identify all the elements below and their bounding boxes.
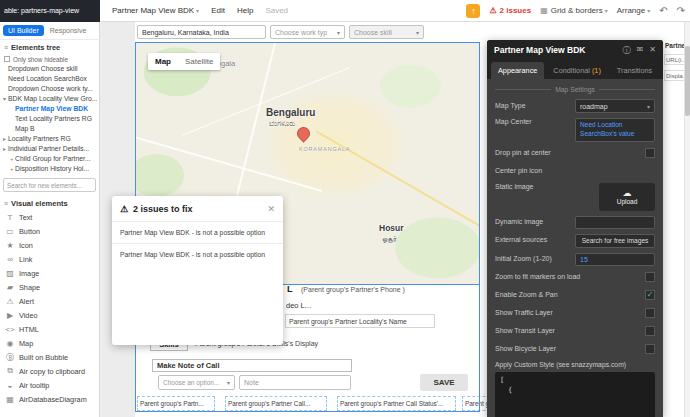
issue-item[interactable]: Partner Map View BDK - is not a possible…: [112, 221, 283, 243]
tree-item-partner-map-view-bdk[interactable]: Partner Map View BDK: [0, 104, 99, 114]
info-icon[interactable]: ⓘ: [623, 45, 631, 56]
make-note-of-call-header: Make Note of Call: [152, 359, 352, 372]
video-link-fragment[interactable]: deo L...: [286, 301, 311, 310]
location-search-input[interactable]: Bengaluru, Karnataka, India: [137, 25, 266, 39]
hamburger-icon: ≡: [4, 200, 8, 207]
menu-edit[interactable]: Edit: [211, 6, 225, 15]
vertical-scrollbar[interactable]: [684, 22, 690, 417]
map-type-control: Map Satellite: [148, 53, 220, 70]
call-option-dropdown[interactable]: Choose an option...▾: [158, 375, 235, 390]
palette-item-button[interactable]: ▭Button: [0, 224, 99, 238]
external-sources-row: External sources Search for free images: [495, 234, 655, 248]
chevron-down-icon: ▾: [337, 29, 340, 36]
tab-responsive[interactable]: Responsive: [50, 27, 87, 34]
palette-item-video[interactable]: ▶Video: [0, 308, 99, 322]
transit-layer-checkbox[interactable]: [645, 326, 655, 336]
palette-item-link[interactable]: ∞Link: [0, 252, 99, 266]
palette-item-alert[interactable]: ⚠Alert: [0, 294, 99, 308]
palette-item-airdatabasediagram[interactable]: ▦AirDatabaseDiagram: [0, 392, 99, 406]
only-show-hideable-filter[interactable]: Only show hideable: [0, 54, 99, 64]
tab-conditional[interactable]: Conditional (1): [546, 62, 607, 79]
video-icon: ▶: [5, 311, 15, 320]
property-editor-panel: Partner Map View BDK ⓘ ✉ ✕ Appearance Co…: [487, 40, 663, 417]
map-label-hosur-native: ஓசூர்: [382, 235, 397, 243]
rg-cell-partner[interactable]: Parent group's Partn...: [137, 396, 215, 411]
grid-borders-button[interactable]: ▦Grid & borders▾: [540, 6, 608, 15]
elements-tree-header[interactable]: ≡Elements tree: [0, 40, 99, 54]
map-center-expression[interactable]: Need Location SearchBox's value: [575, 118, 655, 142]
skill-dropdown[interactable]: Choose skill▾: [349, 25, 424, 39]
map-settings-section: Map Settings: [495, 86, 655, 93]
alert-icon: ⚠: [5, 297, 15, 306]
left-sidebar: ≡Elements tree Only show hideable Dropdo…: [0, 40, 100, 417]
tab-ui-builder[interactable]: UI Builder: [3, 25, 44, 36]
palette-item-shape[interactable]: ▰Shape: [0, 280, 99, 294]
chevron-down-icon: ▾: [416, 29, 419, 36]
tree-item-locality-partners-rg[interactable]: ▸Locality Partners RG: [0, 134, 99, 144]
custom-style-code-editor[interactable]: [ {: [495, 372, 655, 417]
arrange-button[interactable]: Arrange▾: [617, 6, 650, 15]
tree-item-bdk-map-locality-group[interactable]: ▾BDK Map Locality View Gro...: [0, 94, 99, 104]
palette-item-image[interactable]: ▨Image: [0, 266, 99, 280]
tab-appearance[interactable]: Appearance: [491, 62, 544, 79]
save-button[interactable]: SAVE: [420, 374, 468, 391]
property-editor-header[interactable]: Partner Map View BDK ⓘ ✉ ✕: [487, 40, 663, 60]
search-new-elements-input[interactable]: Search for new elements...: [3, 178, 96, 192]
upload-button[interactable]: ☁Upload: [599, 183, 655, 211]
checkbox[interactable]: [4, 56, 10, 62]
traffic-layer-checkbox[interactable]: [645, 308, 655, 318]
map-road: [135, 132, 322, 192]
palette-item-built-on-bubble[interactable]: ⒷBuilt on Bubble: [0, 350, 99, 364]
palette-item-icon[interactable]: ★Icon: [0, 238, 99, 252]
tree-item-text-locality-partners-rg[interactable]: Text Locality Partners RG: [0, 114, 99, 124]
tree-item-disposition-history[interactable]: +Disposition History Hol...: [0, 164, 99, 174]
initial-zoom-input[interactable]: 15: [575, 253, 655, 266]
static-image-row: Static image ☁Upload: [495, 183, 655, 211]
menu-help[interactable]: Help: [237, 6, 253, 15]
visual-elements-header[interactable]: ≡Visual elements: [0, 196, 99, 210]
property-editor-tabs: Appearance Conditional (1) Transitions: [487, 60, 663, 79]
warning-icon: ⚠: [120, 204, 128, 214]
tree-item-need-location-searchbox[interactable]: Need Location SearchBox: [0, 74, 99, 84]
enable-pan-checkbox[interactable]: ✓: [645, 290, 655, 300]
initial-zoom-row: Initial Zoom (1-20) 15: [495, 253, 655, 266]
note-input[interactable]: Note: [239, 375, 351, 390]
close-icon[interactable]: ✕: [649, 45, 656, 56]
tree-item-child-group-for-partner[interactable]: +Child Group for Partner...: [0, 154, 99, 164]
deploy-icon[interactable]: ↑: [466, 4, 480, 18]
page-selector[interactable]: Partner Map View BDK▾: [112, 6, 199, 15]
chevron-down-icon: ▾: [227, 379, 230, 386]
scrollbar-thumb[interactable]: [685, 46, 690, 116]
comment-icon[interactable]: ✉: [637, 45, 644, 56]
rg-cell-partner-call-status[interactable]: Parent group's Partner Call Status'...: [337, 396, 456, 411]
satellite-button[interactable]: Satellite: [178, 57, 220, 66]
palette-item-text[interactable]: TText: [0, 210, 99, 224]
undo-icon[interactable]: ↶: [659, 5, 667, 16]
partner-name-fragment: L: [287, 284, 293, 294]
locality-name-text: Parent group's Partner Locality's Name: [285, 314, 435, 328]
search-free-images-button[interactable]: Search for free images: [575, 234, 655, 248]
issues-indicator[interactable]: ⚠2 issues: [489, 6, 531, 15]
work-type-dropdown[interactable]: Choose work typ▾: [270, 25, 345, 39]
tree-item-map-b[interactable]: Map B: [0, 124, 99, 134]
zoom-fit-checkbox[interactable]: [645, 272, 655, 282]
palette-item-air-tooltip[interactable]: ◒Air tooltip: [0, 378, 99, 392]
tree-item-individual-partner-details[interactable]: ▸Individual Partner Details...: [0, 144, 99, 154]
tree-item-dropdown-choose-skill[interactable]: Dropdown Choose skill: [0, 64, 99, 74]
top-toolbar: able: partners-map-view Partner Map View…: [0, 0, 690, 22]
drop-pin-checkbox[interactable]: [645, 148, 655, 158]
palette-item-map[interactable]: ◉Map: [0, 336, 99, 350]
tab-transitions[interactable]: Transitions: [610, 62, 659, 79]
dynamic-image-input[interactable]: [575, 216, 655, 229]
redo-icon[interactable]: ↷: [677, 5, 685, 16]
palette-item-html[interactable]: <>HTML: [0, 322, 99, 336]
close-icon[interactable]: ✕: [267, 204, 275, 214]
map-marker-pin[interactable]: [294, 124, 312, 142]
bicycle-layer-checkbox[interactable]: [645, 344, 655, 354]
tree-item-dropdown-choose-work-type[interactable]: Dropdown Choose work ty...: [0, 84, 99, 94]
rg-cell-partner-call[interactable]: Parent group's Partner Call...: [225, 396, 327, 411]
map-button[interactable]: Map: [148, 57, 178, 66]
map-type-select[interactable]: roadmap▾: [575, 99, 655, 113]
issue-item[interactable]: Partner Map View BDK - is not a possible…: [112, 243, 283, 265]
palette-item-air-copy-to-clipboard[interactable]: ⧉Air copy to clipboard: [0, 364, 99, 378]
